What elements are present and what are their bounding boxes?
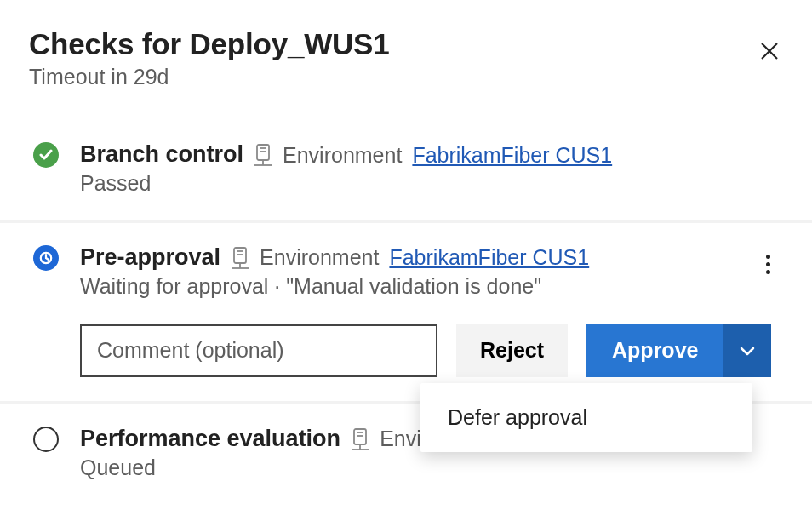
status-queued-icon: [33, 427, 59, 452]
kebab-dot-icon: [766, 255, 770, 259]
svg-rect-2: [257, 145, 269, 160]
close-icon: [760, 42, 779, 60]
check-title: Performance evaluation: [80, 425, 340, 454]
environment-link[interactable]: FabrikamFiber CUS1: [389, 244, 589, 271]
approve-button[interactable]: Approve: [586, 324, 723, 377]
timeout-text: Timeout in 29d: [29, 65, 390, 89]
server-icon: [231, 246, 249, 270]
server-icon: [351, 427, 369, 451]
svg-line-9: [46, 258, 49, 260]
environment-link[interactable]: FabrikamFiber CUS1: [412, 142, 612, 169]
environment-label: Environment: [260, 244, 379, 271]
close-button[interactable]: [752, 34, 786, 68]
chevron-down-icon: [739, 345, 756, 357]
approve-dropdown-toggle[interactable]: [723, 324, 771, 377]
kebab-dot-icon: [766, 270, 770, 274]
check-status: Passed: [80, 171, 783, 196]
svg-rect-10: [234, 248, 246, 263]
svg-rect-15: [354, 429, 366, 444]
approve-split-button: Approve: [586, 324, 771, 377]
check-status: Queued: [80, 455, 783, 480]
check-title: Branch control: [80, 140, 243, 169]
check-row-branch: Branch control Environment FabrikamFiber…: [0, 140, 812, 196]
approve-dropdown-menu: Defer approval: [420, 383, 752, 452]
reject-button[interactable]: Reject: [456, 324, 568, 377]
check-title: Pre-approval: [80, 243, 220, 272]
comment-input[interactable]: [80, 324, 437, 377]
check-row-preapproval: Pre-approval Environment FabrikamFiber C…: [0, 243, 812, 377]
kebab-dot-icon: [766, 262, 770, 266]
check-status: Waiting for approval · "Manual validatio…: [80, 274, 752, 299]
status-waiting-icon: [33, 245, 59, 271]
environment-label: Environment: [283, 142, 402, 169]
row-separator: [0, 220, 812, 223]
more-options-button[interactable]: [752, 249, 783, 279]
page-title: Checks for Deploy_WUS1: [29, 27, 390, 61]
defer-approval-item[interactable]: Defer approval: [420, 392, 752, 444]
server-icon: [254, 143, 272, 167]
status-passed-icon: [33, 142, 59, 168]
